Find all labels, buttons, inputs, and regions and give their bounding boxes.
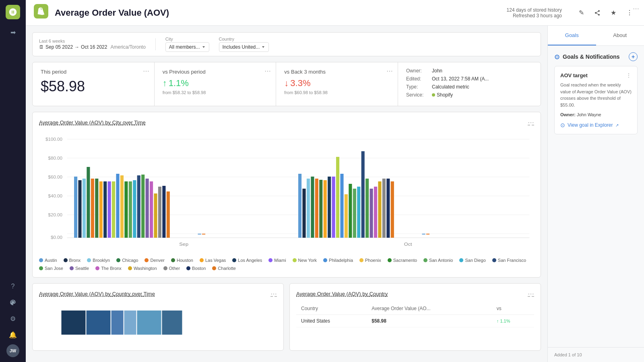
service-row: Service: Shopify	[406, 92, 533, 98]
up-arrow-icon	[163, 78, 167, 88]
bottom-charts: Average Order Value (AOV) by Country ove…	[32, 283, 541, 351]
goal-menu[interactable]: ⋮	[626, 72, 632, 78]
country-dropdown[interactable]: Includes United...	[219, 42, 269, 52]
metrics-row: This period $58.98 ⋯ vs Previous period …	[32, 62, 541, 106]
legend-item: Chicago	[116, 258, 138, 263]
owner-row: Owner: John	[406, 68, 533, 74]
collapse-icon[interactable]: ➡	[6, 26, 19, 39]
chart-title-prefix: Average Order Value (AOV) by	[39, 119, 111, 125]
view-goal-link[interactable]: ⊙ View goal in Explorer ↗	[560, 122, 632, 128]
add-goal-button[interactable]: +	[629, 52, 638, 61]
bell-icon[interactable]: 🔔	[6, 328, 19, 341]
share-button[interactable]	[591, 6, 604, 19]
legend-dot	[268, 258, 272, 262]
info-card: Owner: John Edited: Oct 13, 2022 7:58 AM…	[398, 62, 541, 106]
help-icon[interactable]: ?	[6, 280, 19, 293]
svg-rect-62	[391, 181, 394, 238]
legend-dot	[388, 258, 392, 262]
service-text: Shopify	[437, 92, 453, 98]
settings-icon[interactable]: ⚙	[6, 312, 19, 325]
chart-title-time[interactable]: Time	[134, 119, 145, 125]
legend-item: Boston	[186, 266, 206, 271]
legend-dot	[200, 258, 204, 262]
city-dropdown[interactable]: All members...	[165, 42, 209, 52]
legend-dot	[128, 266, 132, 270]
legend-item: Bronx	[64, 258, 81, 263]
svg-rect-30	[137, 175, 140, 238]
city-filter-group: City All members...	[165, 37, 209, 52]
shopify-dot-icon	[432, 93, 435, 97]
svg-text:$20.00: $20.00	[48, 213, 62, 217]
col-aov-header: Average Order Value (AO...	[367, 302, 492, 315]
down-arrow-icon	[284, 78, 289, 88]
legend-dot	[163, 266, 167, 270]
legend-dot	[232, 258, 236, 262]
vs-back3-label: vs Back 3 months	[284, 69, 390, 75]
svg-rect-39	[202, 234, 205, 234]
svg-rect-33	[150, 181, 153, 238]
legend-item: Philadelphia	[323, 258, 353, 263]
vs-back3-menu[interactable]: ⋯	[386, 67, 393, 75]
svg-rect-70	[162, 311, 182, 335]
legend-dot	[144, 258, 149, 262]
legend-dot	[492, 258, 496, 262]
c-title-prefix: Average Order Value (AOV) by	[296, 291, 368, 297]
svg-rect-16	[78, 180, 81, 238]
this-period-label: This period	[41, 69, 146, 75]
legend-dot	[95, 266, 99, 270]
shopify-logo	[34, 4, 48, 19]
svg-rect-24	[112, 181, 115, 238]
filter-divider-1	[155, 38, 156, 50]
col-vs-header: vs	[492, 302, 534, 315]
c-title-by[interactable]: Country	[369, 291, 388, 297]
ct-chart-menu[interactable]: ⋯	[270, 290, 277, 298]
legend-item: Brooklyn	[87, 258, 110, 263]
palette-icon[interactable]	[6, 296, 19, 309]
this-period-card: This period $58.98 ⋯	[33, 62, 155, 106]
svg-rect-26	[120, 175, 124, 238]
vs-back3-card: vs Back 3 months 3.3% from $60.98 to $58…	[276, 62, 398, 106]
ct-title-time[interactable]: Time	[143, 291, 155, 297]
service-value: Shopify	[432, 92, 453, 98]
c-chart-menu[interactable]: ⋯	[528, 290, 534, 298]
goal-owner-label: Owner:	[560, 112, 576, 117]
goal-link-text: View goal in Explorer	[568, 122, 613, 128]
type-label: Type:	[406, 84, 429, 90]
vs-previous-menu[interactable]: ⋯	[264, 67, 271, 75]
country-chart-title: Average Order Value (AOV) by Country ⋯	[296, 290, 534, 298]
country-filter-value: Includes United...	[223, 44, 260, 50]
chart-legend: AustinBronxBrooklynChicagoDenverHoustonL…	[39, 258, 534, 271]
vs-previous-card: vs Previous period 1.1% from $58.32 to $…	[155, 62, 277, 106]
svg-rect-22	[103, 181, 107, 238]
legend-item: San Diego	[459, 258, 485, 263]
goals-section-title: Goals & Notifications	[563, 53, 620, 60]
svg-rect-67	[111, 311, 124, 335]
svg-text:$100.00: $100.00	[45, 137, 62, 142]
svg-rect-42	[307, 179, 310, 238]
table-row: United States $58.98 ↑ 1.1%	[296, 315, 534, 327]
legend-item: New York	[293, 258, 317, 263]
ct-title-by[interactable]: Country	[112, 291, 131, 297]
legend-item: Miami	[268, 258, 286, 263]
svg-rect-63	[422, 234, 425, 234]
main-chart-menu[interactable]: ⋯	[528, 119, 534, 126]
app-logo	[6, 5, 20, 19]
edit-button[interactable]: ✎	[575, 6, 588, 19]
svg-text:$0.00: $0.00	[51, 235, 62, 240]
user-avatar[interactable]: JW	[6, 344, 19, 357]
country-table-chart: Average Order Value (AOV) by Country ⋯ C…	[289, 283, 541, 351]
main-content: Last 6 weeks 🗓 Sep 05 2022 → Oct 16 2022…	[26, 26, 547, 362]
star-button[interactable]: ★	[607, 6, 620, 19]
chart-title-by[interactable]: City	[112, 119, 121, 125]
legend-item: Phoenix	[359, 258, 381, 263]
legend-item: Charlotte	[212, 266, 236, 271]
vs-previous-value: 1.1%	[163, 78, 268, 88]
tab-about[interactable]: About	[596, 26, 644, 45]
goal-owner-row: Owner: John Wayne	[560, 112, 632, 117]
svg-rect-68	[124, 311, 136, 335]
tab-goals[interactable]: Goals	[548, 26, 596, 45]
goals-icon: ⊙	[554, 53, 559, 61]
period-menu[interactable]: ⋯	[143, 67, 149, 75]
refreshed-text: Refreshed 3 hours ago	[507, 13, 562, 19]
svg-rect-51	[345, 194, 348, 238]
